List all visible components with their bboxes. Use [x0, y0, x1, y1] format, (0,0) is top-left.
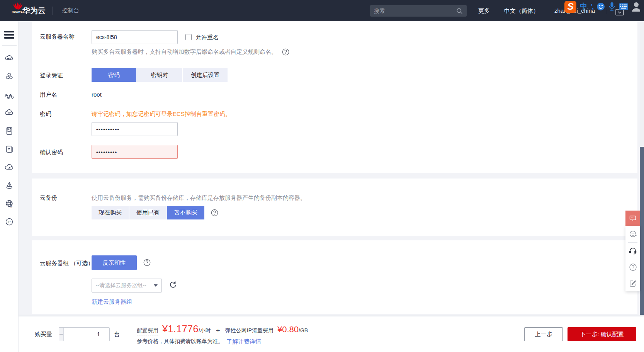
server-group-card: 云服务器组 （可选） 反亲和性 --请选择云服务器组-- 新建云服务器组 [32, 240, 637, 314]
traffic-fee-label: 弹性公网IP流量费用 [225, 327, 274, 334]
server-name-hint: 购买多台云服务器时，支持自动增加数字后缀命名或者自定义规则命名。 [92, 48, 277, 56]
notebook-face-icon[interactable] [0, 140, 19, 158]
server-name-help-icon[interactable] [282, 48, 289, 56]
server-group-label: 云服务器组 （可选） [40, 260, 93, 267]
price-note: 参考价格，具体扣费请以账单为准。 [137, 338, 223, 345]
password-warning: 请牢记密码，如忘记密码可登录ECS控制台重置密码。 [92, 111, 231, 118]
refresh-icon[interactable] [169, 281, 177, 290]
quantity-decrease-button[interactable]: − [59, 328, 64, 341]
basic-config-card: 云服务器名称 允许重名 购买多台云服务器时，支持自动增加数字后缀命名或者自定义规… [32, 21, 637, 173]
floating-help-toolbar [625, 211, 640, 291]
sogou-logo-icon[interactable]: S [564, 1, 576, 13]
server-group-help-icon[interactable] [143, 259, 151, 266]
credentials-label: 登录凭证 [40, 72, 63, 79]
backup-label: 云备份 [40, 194, 57, 202]
ime-chinese-mode-icon[interactable]: 中 [580, 2, 587, 12]
quantity-unit: 台 [114, 331, 120, 338]
ip-circle-icon[interactable]: IP [0, 213, 19, 231]
allow-duplicate-checkbox[interactable] [185, 34, 192, 40]
pricing-details-link[interactable]: 了解计费详情 [226, 338, 261, 345]
brand-title[interactable]: 华为云 [22, 5, 46, 16]
credential-option-after-create[interactable]: 创建后设置 [183, 68, 228, 82]
backup-help-icon[interactable] [211, 209, 218, 216]
cone-icon[interactable] [0, 176, 19, 194]
satisfaction-smiley-icon[interactable] [625, 226, 640, 242]
global-search[interactable] [370, 5, 467, 17]
ime-emoji-icon[interactable] [596, 2, 605, 11]
ime-voice-icon[interactable] [608, 2, 615, 11]
feedback-bubble-icon[interactable] [625, 211, 640, 226]
backup-segmented-control: 现在购买 使用已有 暂不购买 [92, 206, 218, 219]
password-label: 密码 [40, 111, 51, 118]
quantity-stepper: − ＋ [59, 327, 110, 341]
allow-duplicate-label: 允许重名 [195, 34, 219, 41]
confirm-password-label: 确认密码 [40, 149, 63, 156]
huawei-flower-icon [13, 2, 23, 10]
menu-hamburger-icon[interactable] [4, 31, 14, 39]
ime-keyboard-icon[interactable] [619, 3, 628, 10]
sidebar-divider [2, 45, 17, 46]
username-value: root [92, 91, 102, 98]
username-label: 用户名 [40, 91, 57, 99]
search-icon[interactable] [456, 8, 463, 14]
previous-step-button[interactable]: 上一步 [524, 327, 563, 341]
password-input[interactable] [92, 122, 178, 136]
top-navbar: HUAWEI 华为云 控制台 更多 中文（简体） zhanghui_china [0, 0, 644, 21]
ime-punctuation-icon[interactable]: ’, [591, 3, 593, 11]
cloud-dashes-icon[interactable] [0, 104, 19, 122]
svg-text:w: w [10, 205, 13, 207]
survey-form-icon[interactable] [625, 275, 640, 291]
left-sidebar: w IP [0, 21, 19, 352]
cloud-server-icon[interactable] [0, 49, 19, 67]
server-name-label: 云服务器名称 [40, 33, 75, 41]
server-name-input[interactable] [92, 30, 178, 44]
config-fee-label[interactable]: 配置费用 [137, 327, 158, 335]
ime-toolbar: S 中 ’, [564, 0, 640, 13]
quantity-input[interactable] [64, 328, 110, 341]
nav-more[interactable]: 更多 [478, 7, 490, 15]
server-group-select-placeholder: --请选择云服务器组-- [96, 282, 154, 289]
create-server-group-link[interactable]: 新建云服务器组 [92, 298, 132, 306]
credentials-segmented-control: 密码 密钥对 创建后设置 [92, 68, 228, 82]
svg-text:IP: IP [8, 220, 11, 224]
support-headset-icon[interactable] [625, 243, 640, 259]
config-fee-unit: /小时 [199, 327, 211, 334]
ime-settings-icon[interactable] [632, 2, 640, 12]
confirm-password-input[interactable] [92, 145, 178, 159]
anti-affinity-button[interactable]: 反亲和性 [92, 255, 137, 270]
search-input[interactable] [374, 8, 456, 14]
cloud-pointer-icon[interactable] [0, 158, 19, 176]
nav-language[interactable]: 中文（简体） [504, 7, 539, 15]
config-fee-value: ¥1.1776 [162, 323, 199, 335]
cloud-backup-card: 云备份 使用云备份服务，需购买备份存储库，存储库是存放服务器产生的备份副本的容器… [32, 179, 637, 236]
backup-option-use-existing[interactable]: 使用已有 [129, 206, 167, 219]
plus-sign: ＋ [215, 326, 221, 335]
server-group-select[interactable]: --请选择云服务器组-- [92, 279, 162, 292]
credential-option-keypair[interactable]: 密钥对 [137, 68, 182, 82]
traffic-fee-unit: /GB [299, 327, 308, 333]
server-card-icon[interactable] [0, 122, 19, 140]
help-question-icon[interactable] [625, 259, 640, 275]
pricing-block: 配置费用 ¥1.1776 /小时 ＋ 弹性公网IP流量费用 ¥0.80 /GB … [137, 323, 308, 345]
main-content: 云服务器名称 允许重名 购买多台云服务器时，支持自动增加数字后缀命名或者自定义规… [19, 21, 644, 352]
backup-option-buy-now[interactable]: 现在购买 [92, 206, 129, 219]
backup-description: 使用云备份服务，需购买备份存储库，存储库是存放服务器产生的备份副本的容器。 [92, 194, 306, 202]
purchase-bar: 购买量 − ＋ 台 配置费用 ¥1.1776 /小时 ＋ 弹性公网IP流量费用 … [19, 316, 644, 352]
next-step-button[interactable]: 下一步: 确认配置 [568, 327, 636, 341]
vertical-scrollbar [640, 21, 644, 352]
navbar-divider [53, 7, 53, 15]
credential-option-password[interactable]: 密码 [92, 68, 136, 82]
traffic-fee-value: ¥0.80 [277, 325, 299, 335]
scrollbar-thumb[interactable] [640, 147, 644, 315]
backup-option-not-now[interactable]: 暂不购买 [167, 206, 204, 219]
waveform-icon[interactable] [0, 85, 19, 104]
chevron-down-icon [154, 284, 158, 287]
globe-icon[interactable]: w [0, 194, 19, 213]
quantity-label: 购买量 [35, 331, 52, 338]
hexagon-cluster-icon[interactable] [0, 67, 19, 85]
console-breadcrumb[interactable]: 控制台 [62, 7, 79, 14]
